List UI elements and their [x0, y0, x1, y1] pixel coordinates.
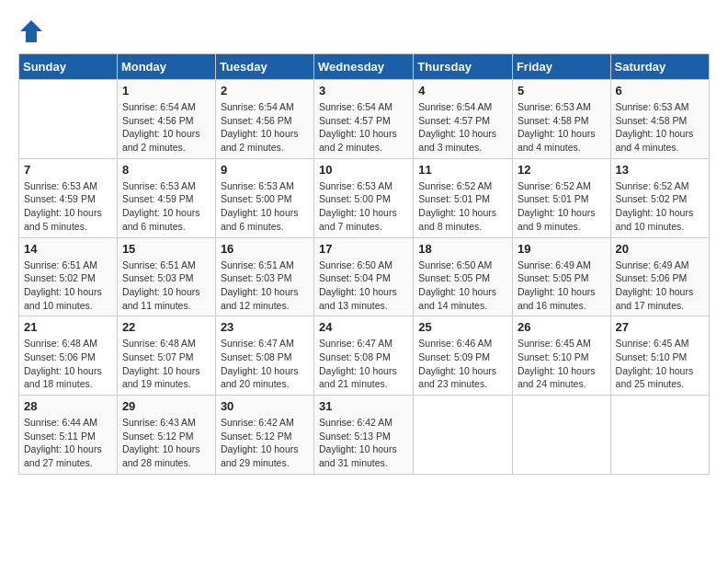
logo-icon: [18, 18, 44, 44]
calendar-cell: [414, 396, 513, 475]
calendar-cell: [19, 80, 118, 159]
day-number: 17: [319, 242, 408, 256]
day-number: 1: [122, 84, 210, 98]
header-day-wednesday: Wednesday: [314, 54, 414, 80]
calendar-week-3: 14Sunrise: 6:51 AMSunset: 5:02 PMDayligh…: [19, 237, 710, 316]
day-number: 2: [221, 84, 309, 98]
calendar-cell: 9Sunrise: 6:53 AMSunset: 5:00 PMDaylight…: [215, 158, 313, 237]
cell-content: Sunrise: 6:45 AMSunset: 5:10 PMDaylight:…: [616, 337, 704, 391]
day-number: 10: [319, 163, 408, 177]
day-number: 26: [518, 320, 606, 334]
cell-content: Sunrise: 6:51 AMSunset: 5:03 PMDaylight:…: [221, 259, 309, 313]
cell-content: Sunrise: 6:42 AMSunset: 5:12 PMDaylight:…: [221, 416, 309, 470]
calendar-cell: 6Sunrise: 6:53 AMSunset: 4:58 PMDaylight…: [610, 80, 709, 159]
svg-marker-0: [20, 20, 42, 42]
header-day-sunday: Sunday: [19, 54, 118, 80]
cell-content: Sunrise: 6:49 AMSunset: 5:06 PMDaylight:…: [616, 259, 704, 313]
day-number: 7: [24, 163, 112, 177]
day-number: 19: [518, 242, 606, 256]
cell-content: Sunrise: 6:53 AMSunset: 4:59 PMDaylight:…: [24, 179, 112, 234]
calendar-cell: 11Sunrise: 6:52 AMSunset: 5:01 PMDayligh…: [414, 158, 513, 237]
calendar-cell: 31Sunrise: 6:42 AMSunset: 5:13 PMDayligh…: [314, 396, 414, 475]
day-number: 15: [122, 242, 210, 256]
day-number: 8: [122, 163, 210, 177]
cell-content: Sunrise: 6:52 AMSunset: 5:01 PMDaylight:…: [418, 179, 507, 234]
day-number: 27: [616, 320, 704, 334]
day-number: 24: [319, 320, 408, 334]
day-number: 29: [122, 399, 210, 413]
calendar-cell: 28Sunrise: 6:44 AMSunset: 5:11 PMDayligh…: [19, 396, 118, 475]
day-number: 9: [221, 163, 309, 177]
calendar-cell: 27Sunrise: 6:45 AMSunset: 5:10 PMDayligh…: [610, 316, 709, 396]
calendar-cell: 15Sunrise: 6:51 AMSunset: 5:03 PMDayligh…: [117, 237, 215, 316]
header-row: SundayMondayTuesdayWednesdayThursdayFrid…: [19, 54, 710, 80]
cell-content: Sunrise: 6:47 AMSunset: 5:08 PMDaylight:…: [319, 337, 408, 391]
calendar-table: SundayMondayTuesdayWednesdayThursdayFrid…: [18, 53, 710, 475]
page-header: [18, 18, 710, 44]
day-number: 25: [418, 320, 507, 334]
cell-content: Sunrise: 6:52 AMSunset: 5:02 PMDaylight:…: [616, 179, 704, 234]
calendar-cell: 5Sunrise: 6:53 AMSunset: 4:58 PMDaylight…: [512, 80, 610, 159]
logo: [18, 18, 48, 44]
calendar-cell: 1Sunrise: 6:54 AMSunset: 4:56 PMDaylight…: [117, 80, 215, 159]
day-number: 4: [418, 84, 507, 98]
cell-content: Sunrise: 6:48 AMSunset: 5:06 PMDaylight:…: [24, 337, 112, 391]
cell-content: Sunrise: 6:54 AMSunset: 4:57 PMDaylight:…: [418, 100, 507, 155]
calendar-cell: 17Sunrise: 6:50 AMSunset: 5:04 PMDayligh…: [314, 237, 414, 316]
cell-content: Sunrise: 6:42 AMSunset: 5:13 PMDaylight:…: [319, 416, 408, 470]
cell-content: Sunrise: 6:48 AMSunset: 5:07 PMDaylight:…: [122, 337, 210, 391]
calendar-cell: 29Sunrise: 6:43 AMSunset: 5:12 PMDayligh…: [117, 396, 215, 475]
calendar-cell: 7Sunrise: 6:53 AMSunset: 4:59 PMDaylight…: [19, 158, 118, 237]
calendar-cell: 10Sunrise: 6:53 AMSunset: 5:00 PMDayligh…: [314, 158, 414, 237]
day-number: 5: [518, 84, 606, 98]
cell-content: Sunrise: 6:52 AMSunset: 5:01 PMDaylight:…: [518, 179, 606, 234]
calendar-cell: [512, 396, 610, 475]
calendar-cell: 4Sunrise: 6:54 AMSunset: 4:57 PMDaylight…: [414, 80, 513, 159]
day-number: 21: [24, 320, 112, 334]
cell-content: Sunrise: 6:50 AMSunset: 5:05 PMDaylight:…: [418, 259, 507, 313]
day-number: 23: [221, 320, 309, 334]
calendar-cell: 14Sunrise: 6:51 AMSunset: 5:02 PMDayligh…: [19, 237, 118, 316]
day-number: 20: [616, 242, 704, 256]
calendar-cell: 16Sunrise: 6:51 AMSunset: 5:03 PMDayligh…: [215, 237, 313, 316]
calendar-week-5: 28Sunrise: 6:44 AMSunset: 5:11 PMDayligh…: [19, 396, 710, 475]
day-number: 18: [418, 242, 507, 256]
calendar-cell: 19Sunrise: 6:49 AMSunset: 5:05 PMDayligh…: [512, 237, 610, 316]
calendar-cell: [610, 396, 709, 475]
day-number: 30: [221, 399, 309, 413]
cell-content: Sunrise: 6:51 AMSunset: 5:02 PMDaylight:…: [24, 259, 112, 313]
header-day-monday: Monday: [117, 54, 215, 80]
cell-content: Sunrise: 6:53 AMSunset: 4:58 PMDaylight:…: [518, 100, 606, 155]
header-day-saturday: Saturday: [610, 54, 709, 80]
cell-content: Sunrise: 6:54 AMSunset: 4:56 PMDaylight:…: [122, 100, 210, 155]
day-number: 14: [24, 242, 112, 256]
cell-content: Sunrise: 6:50 AMSunset: 5:04 PMDaylight:…: [319, 259, 408, 313]
calendar-header: SundayMondayTuesdayWednesdayThursdayFrid…: [19, 54, 710, 80]
calendar-cell: 21Sunrise: 6:48 AMSunset: 5:06 PMDayligh…: [19, 316, 118, 396]
cell-content: Sunrise: 6:45 AMSunset: 5:10 PMDaylight:…: [518, 337, 606, 391]
calendar-cell: 13Sunrise: 6:52 AMSunset: 5:02 PMDayligh…: [610, 158, 709, 237]
calendar-cell: 24Sunrise: 6:47 AMSunset: 5:08 PMDayligh…: [314, 316, 414, 396]
day-number: 31: [319, 399, 408, 413]
cell-content: Sunrise: 6:43 AMSunset: 5:12 PMDaylight:…: [122, 416, 210, 470]
cell-content: Sunrise: 6:44 AMSunset: 5:11 PMDaylight:…: [24, 416, 112, 470]
day-number: 11: [418, 163, 507, 177]
day-number: 28: [24, 399, 112, 413]
calendar-cell: 26Sunrise: 6:45 AMSunset: 5:10 PMDayligh…: [512, 316, 610, 396]
calendar-body: 1Sunrise: 6:54 AMSunset: 4:56 PMDaylight…: [19, 80, 710, 475]
calendar-cell: 8Sunrise: 6:53 AMSunset: 4:59 PMDaylight…: [117, 158, 215, 237]
calendar-cell: 3Sunrise: 6:54 AMSunset: 4:57 PMDaylight…: [314, 80, 414, 159]
calendar-week-4: 21Sunrise: 6:48 AMSunset: 5:06 PMDayligh…: [19, 316, 710, 396]
calendar-cell: 18Sunrise: 6:50 AMSunset: 5:05 PMDayligh…: [414, 237, 513, 316]
calendar-cell: 12Sunrise: 6:52 AMSunset: 5:01 PMDayligh…: [512, 158, 610, 237]
cell-content: Sunrise: 6:54 AMSunset: 4:57 PMDaylight:…: [319, 100, 408, 155]
cell-content: Sunrise: 6:54 AMSunset: 4:56 PMDaylight:…: [221, 100, 309, 155]
cell-content: Sunrise: 6:49 AMSunset: 5:05 PMDaylight:…: [518, 259, 606, 313]
calendar-week-2: 7Sunrise: 6:53 AMSunset: 4:59 PMDaylight…: [19, 158, 710, 237]
calendar-cell: 20Sunrise: 6:49 AMSunset: 5:06 PMDayligh…: [610, 237, 709, 316]
cell-content: Sunrise: 6:46 AMSunset: 5:09 PMDaylight:…: [418, 337, 507, 391]
day-number: 12: [518, 163, 606, 177]
header-day-thursday: Thursday: [414, 54, 513, 80]
day-number: 22: [122, 320, 210, 334]
cell-content: Sunrise: 6:53 AMSunset: 4:59 PMDaylight:…: [122, 179, 210, 234]
